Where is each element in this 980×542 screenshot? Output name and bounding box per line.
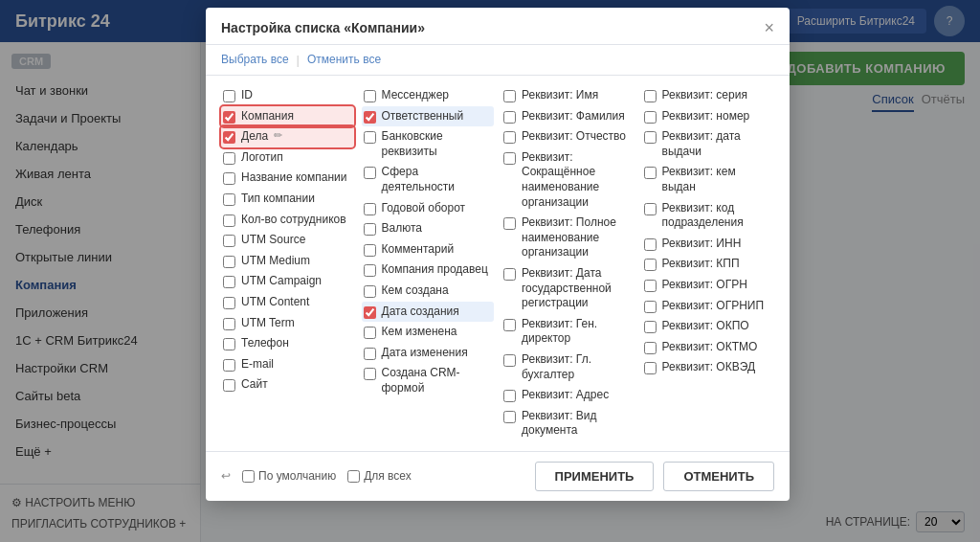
field-checkbox[interactable] [503, 131, 516, 144]
field-checkbox[interactable] [223, 193, 235, 206]
field-checkbox[interactable] [644, 342, 657, 354]
field-checkbox[interactable] [644, 167, 657, 179]
field-checkbox[interactable] [503, 111, 516, 124]
field-checkbox[interactable] [223, 90, 235, 102]
field-row[interactable]: Банковские реквизиты [362, 126, 495, 162]
field-checkbox[interactable] [503, 152, 516, 165]
default-checkbox[interactable] [242, 470, 255, 483]
field-row[interactable]: Кол-во сотрудников [221, 210, 354, 231]
field-checkbox[interactable] [644, 111, 657, 124]
field-row[interactable]: Реквизит: Сокращённое наименование орган… [501, 147, 635, 213]
field-checkbox[interactable] [644, 280, 657, 292]
field-row[interactable]: Реквизит: серия [642, 85, 775, 106]
field-checkbox[interactable] [223, 215, 235, 227]
field-row[interactable]: Реквизит: Вид документа [501, 406, 635, 441]
field-row[interactable]: Мессенджер [362, 85, 495, 106]
field-row[interactable]: Телефон [221, 333, 354, 354]
field-row[interactable]: Ответственный [362, 106, 495, 127]
field-row[interactable]: Логотип [221, 147, 354, 169]
field-row[interactable]: Реквизит: Адрес [501, 385, 635, 406]
field-row[interactable]: Реквизит: кем выдан [642, 162, 775, 197]
field-checkbox[interactable] [364, 368, 376, 380]
select-all-link[interactable]: Выбрать все [221, 53, 289, 67]
field-checkbox[interactable] [364, 203, 376, 215]
for-all-label[interactable]: Для всех [347, 469, 412, 483]
field-row[interactable]: Реквизит: ОКВЭД [642, 357, 775, 378]
field-row[interactable]: Реквизит: ОГРН [642, 275, 775, 296]
field-checkbox[interactable] [644, 321, 657, 333]
field-row[interactable]: Реквизит: дата выдачи [642, 126, 775, 162]
field-row[interactable]: Реквизит: Отчество [501, 126, 635, 147]
field-row[interactable]: Реквизит: Имя [501, 85, 635, 106]
field-row[interactable]: Реквизит: Гл. бухгалтер [501, 350, 635, 385]
field-row[interactable]: Дата изменения [362, 343, 495, 364]
field-row[interactable]: Сфера деятельности [362, 162, 495, 197]
apply-button[interactable]: ПРИМЕНИТЬ [535, 462, 655, 491]
field-row[interactable]: Реквизит: Фамилия [501, 106, 635, 127]
field-checkbox[interactable] [223, 152, 235, 165]
field-checkbox[interactable] [503, 354, 516, 367]
field-row[interactable]: Сайт [221, 374, 354, 395]
field-row[interactable]: Годовой оборот [362, 198, 495, 219]
for-all-checkbox[interactable] [347, 470, 360, 483]
field-checkbox[interactable] [223, 379, 235, 392]
deselect-all-link[interactable]: Отменить все [307, 53, 381, 67]
field-row[interactable]: Реквизит: ИНН [642, 234, 775, 255]
field-checkbox[interactable] [364, 306, 376, 319]
field-row[interactable]: Реквизит: ОКТМО [642, 337, 775, 358]
field-checkbox[interactable] [644, 131, 657, 144]
field-checkbox[interactable] [223, 359, 235, 372]
field-checkbox[interactable] [503, 411, 516, 423]
field-checkbox[interactable] [644, 259, 657, 271]
field-row[interactable]: Реквизит: код подразделения [642, 198, 775, 234]
field-row[interactable]: E-mail [221, 354, 354, 375]
field-row[interactable]: UTM Term [221, 313, 354, 334]
field-row[interactable]: Кем создана [362, 281, 495, 302]
field-checkbox[interactable] [223, 297, 235, 309]
field-checkbox[interactable] [364, 244, 376, 257]
field-row[interactable]: UTM Source [221, 230, 354, 251]
field-row[interactable]: Валюта [362, 218, 495, 239]
default-label[interactable]: По умолчанию [242, 469, 336, 483]
field-checkbox[interactable] [503, 90, 516, 102]
field-row[interactable]: Реквизит: Полное наименование организаци… [501, 213, 635, 263]
field-row[interactable]: UTM Campaign [221, 271, 354, 292]
field-row[interactable]: Название компании [221, 168, 354, 189]
dialog-close-button[interactable]: × [764, 19, 774, 36]
field-checkbox[interactable] [223, 235, 235, 247]
field-checkbox[interactable] [223, 256, 235, 268]
field-checkbox[interactable] [364, 223, 376, 236]
field-checkbox[interactable] [223, 276, 235, 288]
field-checkbox[interactable] [644, 203, 657, 215]
field-row[interactable]: Реквизит: ОКПО [642, 316, 775, 337]
field-checkbox[interactable] [223, 318, 235, 330]
cancel-button[interactable]: ОТМЕНИТЬ [663, 462, 774, 491]
field-row[interactable]: UTM Content [221, 292, 354, 313]
field-row[interactable]: Создана CRM-формой [362, 363, 495, 398]
field-row[interactable]: Компания продавец [362, 260, 495, 281]
field-row[interactable]: Реквизит: номер [642, 106, 775, 127]
field-row[interactable]: Дата создания [362, 302, 495, 323]
field-checkbox[interactable] [644, 301, 657, 313]
field-checkbox[interactable] [223, 172, 235, 185]
field-row[interactable]: Реквизит: Ген. директор [501, 314, 635, 350]
field-checkbox[interactable] [364, 285, 376, 298]
field-checkbox[interactable] [644, 238, 657, 251]
field-row[interactable]: Кем изменена [362, 322, 495, 343]
field-row[interactable]: Реквизит: КПП [642, 254, 775, 275]
field-checkbox[interactable] [364, 111, 376, 124]
field-row[interactable]: Компания [221, 106, 354, 127]
field-row[interactable]: Реквизит: ОГРНИП [642, 296, 775, 317]
field-checkbox[interactable] [364, 348, 376, 360]
field-checkbox[interactable] [364, 167, 376, 179]
field-checkbox[interactable] [364, 327, 376, 339]
field-checkbox[interactable] [503, 319, 516, 331]
field-checkbox[interactable] [223, 338, 235, 350]
field-checkbox[interactable] [364, 90, 376, 102]
field-checkbox[interactable] [503, 390, 516, 402]
field-row[interactable]: Дела✏ [221, 126, 354, 147]
field-checkbox[interactable] [364, 131, 376, 144]
field-checkbox[interactable] [503, 268, 516, 281]
field-row[interactable]: Тип компании [221, 189, 354, 210]
field-row[interactable]: Реквизит: Дата государственной регистрац… [501, 263, 635, 314]
